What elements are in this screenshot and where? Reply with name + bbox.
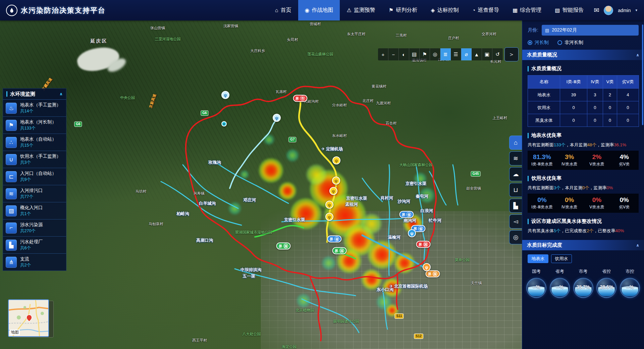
- tab-地表水[interactable]: 地表水: [528, 254, 548, 263]
- map-label: 秦屯河: [416, 194, 428, 199]
- contrast-icon[interactable]: ◐: [399, 48, 409, 60]
- boundary-badge-界市[interactable]: 界市: [293, 95, 308, 102]
- nav-item-2[interactable]: ⚠监测预警: [340, 0, 382, 20]
- road-shield: S11: [394, 313, 404, 319]
- treatment-plant-tool-icon[interactable]: ⌂: [509, 136, 522, 150]
- boundary-badge-界省[interactable]: 界省: [327, 236, 342, 243]
- orange-station-marker[interactable]: ψ: [423, 263, 431, 271]
- yellow-station-marker[interactable]: ψ: [325, 213, 333, 221]
- nav-item-6[interactable]: ▦综合管理: [506, 0, 548, 20]
- measure-icon[interactable]: ▤: [409, 48, 420, 60]
- nav-menu: ⌂首页◉作战地图⚠监测预警⚑研判分析◈达标控制◔巡查督导▦综合管理▧智能报告: [268, 0, 591, 20]
- surface-rate-summary: 共有监测断面133个，本月监测48个，监测率36.1%: [528, 142, 639, 148]
- boundary-badge-界国[interactable]: 界国: [276, 243, 291, 250]
- stat-value: 0%: [528, 196, 556, 204]
- frame-select-icon[interactable]: ▣: [482, 48, 492, 60]
- reset-icon[interactable]: ↺: [492, 48, 503, 60]
- black-odor-subheader: 设区市建成区黑臭水体整改情况: [528, 218, 639, 225]
- monitor-list-item[interactable]: ⚑地表水（河长制）共133个: [3, 117, 66, 134]
- street-map-thumbnail[interactable]: 地图: [8, 299, 49, 337]
- scrollbar-thumb[interactable]: [642, 24, 643, 125]
- collapse-icon[interactable]: ∧: [636, 243, 639, 248]
- month-value: 2022年02月: [552, 27, 577, 33]
- monitor-item-count: 共3个: [20, 160, 61, 165]
- rain-cloud-tool-icon[interactable]: ☁: [509, 167, 522, 181]
- target-tabs: 地表水饮用水: [528, 254, 639, 263]
- factory-tool-icon[interactable]: ▙: [509, 199, 522, 213]
- summary-part: ，本月监测: [560, 185, 582, 190]
- yellow-station-marker[interactable]: ψ: [332, 156, 340, 164]
- nav-item-0[interactable]: ⌂首页: [268, 0, 298, 20]
- boundary-badge-界国[interactable]: 界国: [426, 270, 440, 278]
- zoom-out-icon[interactable]: −: [388, 48, 399, 60]
- map-label: 兴寿镇: [194, 191, 205, 196]
- target-tool-icon[interactable]: ◎: [509, 230, 522, 244]
- right-panel-toggle-button[interactable]: ＞: [504, 47, 519, 61]
- district-icon[interactable]: ⚑: [420, 48, 430, 60]
- yellow-station-marker[interactable]: ψ: [332, 177, 340, 185]
- boundary-badge-界国[interactable]: 界国: [332, 247, 347, 254]
- app-title: 水污染防治决策支持平台: [21, 6, 106, 15]
- monitor-list-item[interactable]: ⋔支流共2个: [3, 254, 66, 270]
- zoom-in-icon[interactable]: +: [378, 48, 388, 60]
- monitor-list-item[interactable]: ∪饮用水（手工监测）共3个: [3, 151, 66, 168]
- collapse-icon[interactable]: ∧: [636, 53, 639, 57]
- chevron-down-icon[interactable]: ▾: [635, 8, 637, 12]
- map-label: 北庄村: [363, 98, 374, 103]
- badge-char: 界: [419, 242, 422, 247]
- monitor-item-label: 概化入河口: [20, 205, 43, 211]
- legend-icon[interactable]: ☰: [451, 48, 461, 60]
- broadcast-tool-icon[interactable]: ◅: [509, 214, 522, 229]
- stat-value: 0%: [610, 196, 638, 204]
- monitor-list-item[interactable]: ▨概化入河口共1个: [3, 202, 66, 219]
- cyan-station-marker[interactable]: ψ: [221, 121, 227, 127]
- monitor-list-item[interactable]: ⌐涉水污染源共270个: [3, 219, 66, 237]
- lightblue-station-marker[interactable]: ψ: [221, 91, 229, 99]
- section-title: 水质质量概况: [527, 52, 557, 58]
- tab-饮用水[interactable]: 饮用水: [551, 254, 572, 263]
- collapse-icon[interactable]: ∧: [59, 92, 63, 96]
- locate-pin-icon[interactable]: ◎: [430, 48, 440, 60]
- basemap-switcher[interactable]: 地图: [8, 298, 54, 339]
- monitor-item-count: 共133个: [20, 126, 56, 131]
- monitor-list-item[interactable]: ♨地表水（手工监测）共14个: [3, 100, 66, 117]
- boundary-badge-界省[interactable]: 界省: [399, 211, 414, 218]
- gauge-sphere: --%: [526, 278, 546, 298]
- surface-water-tool-icon[interactable]: ≋: [509, 151, 522, 165]
- map-label: 中坝排洪沟: [240, 267, 262, 273]
- map-canvas[interactable]: 延庆区张山营镇三里河湿地公园沈家营镇营城村头司村东太平庄村三兆村庄户村交界河村大…: [0, 20, 522, 349]
- beaker-tool-icon[interactable]: ⊔: [509, 183, 522, 197]
- stat-label: Ⅳ类水质: [556, 204, 583, 210]
- terrain-icon[interactable]: ▲: [472, 48, 482, 60]
- nav-item-4[interactable]: ◈达标控制: [424, 0, 465, 20]
- gauge-label: 省控: [596, 268, 617, 275]
- lightblue-station-marker[interactable]: ψ: [273, 114, 281, 122]
- monitor-list-item[interactable]: ▙污水处理厂共6个: [3, 237, 66, 254]
- boundary-badge-界国[interactable]: 界国: [416, 241, 431, 248]
- blue-station-marker[interactable]: ψ: [408, 229, 416, 237]
- nav-item-7[interactable]: ▧智能报告: [548, 0, 590, 20]
- avatar[interactable]: [604, 6, 613, 15]
- month-label: 月份:: [528, 27, 538, 33]
- monitor-list-item[interactable]: ⊏入河口（自动站）共9个: [3, 168, 66, 185]
- radio-河长制[interactable]: 河长制: [528, 40, 549, 46]
- monitor-list-item[interactable]: ≋入河排污口共77个: [3, 185, 66, 202]
- radio-非河长制[interactable]: 非河长制: [557, 40, 583, 46]
- nav-item-5[interactable]: ◔巡查督导: [465, 0, 506, 20]
- layers-icon[interactable]: ≣: [440, 48, 451, 60]
- nav-item-3[interactable]: ⚑研判分析: [382, 0, 424, 20]
- monitor-item-label: 地表水（河长制）: [20, 119, 56, 125]
- nav-item-label: 研判分析: [396, 7, 417, 14]
- admin-username[interactable]: admin: [618, 8, 631, 13]
- map-label: 交界河村: [482, 32, 496, 37]
- nav-item-1[interactable]: ◉作战地图: [298, 0, 340, 20]
- yellow-station-marker[interactable]: ψ: [325, 201, 333, 209]
- month-picker[interactable]: ▤ 2022年02月: [542, 25, 639, 36]
- stat-item: 0%Ⅴ类水质: [583, 196, 611, 210]
- visibility-off-icon[interactable]: ⌀: [461, 48, 472, 60]
- stat-value: 0%: [556, 196, 583, 204]
- monitor-list-item[interactable]: ∴地表水（自动站）共15个: [3, 134, 66, 151]
- mail-icon[interactable]: ✉: [594, 6, 599, 14]
- pollution-source-icon: ⌐: [6, 222, 17, 234]
- yellow-station-marker[interactable]: ψ: [329, 187, 337, 195]
